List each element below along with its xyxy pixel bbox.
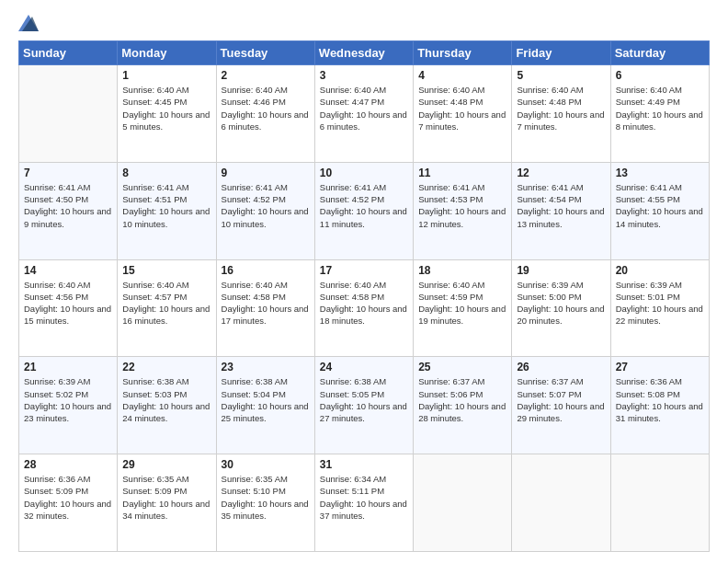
- calendar-cell: 3Sunrise: 6:40 AMSunset: 4:47 PMDaylight…: [314, 65, 413, 163]
- day-number: 26: [517, 361, 605, 373]
- calendar-cell: 19Sunrise: 6:39 AMSunset: 5:00 PMDayligh…: [512, 259, 610, 357]
- header: [18, 15, 710, 31]
- weekday-header-monday: Monday: [118, 41, 216, 65]
- calendar-cell: 1Sunrise: 6:40 AMSunset: 4:45 PMDaylight…: [118, 65, 216, 163]
- day-number: 31: [320, 458, 408, 471]
- day-info: Sunrise: 6:36 AMSunset: 5:09 PMDaylight:…: [24, 473, 112, 522]
- day-info: Sunrise: 6:40 AMSunset: 4:58 PMDaylight:…: [222, 279, 310, 327]
- calendar-week-5: 28Sunrise: 6:36 AMSunset: 5:09 PMDayligh…: [19, 454, 710, 552]
- day-number: 1: [122, 69, 210, 82]
- calendar-cell: 17Sunrise: 6:40 AMSunset: 4:58 PMDayligh…: [314, 259, 413, 357]
- day-info: Sunrise: 6:40 AMSunset: 4:56 PMDaylight:…: [24, 279, 112, 327]
- day-number: 13: [616, 167, 704, 179]
- day-number: 6: [616, 69, 704, 82]
- day-number: 22: [122, 361, 210, 373]
- day-number: 19: [517, 264, 605, 277]
- weekday-header-saturday: Saturday: [610, 41, 709, 65]
- day-number: 27: [616, 361, 704, 373]
- page: SundayMondayTuesdayWednesdayThursdayFrid…: [0, 0, 728, 563]
- day-number: 24: [320, 361, 408, 373]
- calendar-cell: 4Sunrise: 6:40 AMSunset: 4:48 PMDaylight…: [414, 65, 512, 163]
- day-number: 14: [24, 264, 112, 277]
- calendar-cell: [610, 454, 709, 552]
- weekday-header-tuesday: Tuesday: [216, 41, 314, 65]
- day-info: Sunrise: 6:41 AMSunset: 4:50 PMDaylight:…: [24, 181, 112, 230]
- day-info: Sunrise: 6:37 AMSunset: 5:06 PMDaylight:…: [418, 375, 506, 424]
- day-info: Sunrise: 6:40 AMSunset: 4:47 PMDaylight:…: [320, 84, 408, 132]
- calendar-cell: 28Sunrise: 6:36 AMSunset: 5:09 PMDayligh…: [19, 454, 118, 552]
- day-number: 12: [517, 167, 605, 179]
- day-number: 23: [222, 361, 310, 373]
- day-info: Sunrise: 6:34 AMSunset: 5:11 PMDaylight:…: [320, 473, 408, 522]
- calendar-week-3: 14Sunrise: 6:40 AMSunset: 4:56 PMDayligh…: [19, 259, 710, 357]
- day-info: Sunrise: 6:38 AMSunset: 5:03 PMDaylight:…: [122, 375, 210, 424]
- day-info: Sunrise: 6:40 AMSunset: 4:48 PMDaylight:…: [418, 84, 506, 132]
- day-info: Sunrise: 6:41 AMSunset: 4:54 PMDaylight:…: [517, 181, 605, 230]
- day-info: Sunrise: 6:40 AMSunset: 4:46 PMDaylight:…: [222, 84, 310, 132]
- calendar-cell: 25Sunrise: 6:37 AMSunset: 5:06 PMDayligh…: [414, 357, 512, 454]
- day-info: Sunrise: 6:40 AMSunset: 4:58 PMDaylight:…: [320, 279, 408, 327]
- day-number: 9: [222, 167, 310, 179]
- day-number: 10: [320, 167, 408, 179]
- weekday-header-wednesday: Wednesday: [314, 41, 413, 65]
- weekday-header-row: SundayMondayTuesdayWednesdayThursdayFrid…: [19, 41, 710, 65]
- day-number: 4: [418, 69, 506, 82]
- day-number: 25: [418, 361, 506, 373]
- calendar-cell: 26Sunrise: 6:37 AMSunset: 5:07 PMDayligh…: [512, 357, 610, 454]
- day-info: Sunrise: 6:39 AMSunset: 5:02 PMDaylight:…: [24, 375, 112, 424]
- day-number: 28: [24, 458, 112, 471]
- day-number: 30: [222, 458, 310, 471]
- day-number: 16: [222, 264, 310, 277]
- calendar-cell: 22Sunrise: 6:38 AMSunset: 5:03 PMDayligh…: [118, 357, 216, 454]
- calendar-cell: 14Sunrise: 6:40 AMSunset: 4:56 PMDayligh…: [19, 259, 118, 357]
- day-info: Sunrise: 6:40 AMSunset: 4:57 PMDaylight:…: [122, 279, 210, 327]
- calendar-cell: 27Sunrise: 6:36 AMSunset: 5:08 PMDayligh…: [610, 357, 709, 454]
- day-info: Sunrise: 6:39 AMSunset: 5:00 PMDaylight:…: [517, 279, 605, 327]
- day-number: 17: [320, 264, 408, 277]
- calendar-cell: [414, 454, 512, 552]
- calendar-week-1: 1Sunrise: 6:40 AMSunset: 4:45 PMDaylight…: [19, 65, 710, 163]
- logo: [18, 15, 42, 31]
- day-number: 21: [24, 361, 112, 373]
- weekday-header-thursday: Thursday: [414, 41, 512, 65]
- day-info: Sunrise: 6:41 AMSunset: 4:51 PMDaylight:…: [122, 181, 210, 230]
- calendar-cell: 12Sunrise: 6:41 AMSunset: 4:54 PMDayligh…: [512, 162, 610, 259]
- day-info: Sunrise: 6:38 AMSunset: 5:04 PMDaylight:…: [222, 375, 310, 424]
- logo-icon: [18, 15, 39, 31]
- day-number: 8: [122, 167, 210, 179]
- calendar-cell: 18Sunrise: 6:40 AMSunset: 4:59 PMDayligh…: [414, 259, 512, 357]
- calendar-cell: 15Sunrise: 6:40 AMSunset: 4:57 PMDayligh…: [118, 259, 216, 357]
- calendar-week-2: 7Sunrise: 6:41 AMSunset: 4:50 PMDaylight…: [19, 162, 710, 259]
- calendar-cell: 16Sunrise: 6:40 AMSunset: 4:58 PMDayligh…: [216, 259, 314, 357]
- calendar-cell: 31Sunrise: 6:34 AMSunset: 5:11 PMDayligh…: [314, 454, 413, 552]
- day-info: Sunrise: 6:40 AMSunset: 4:49 PMDaylight:…: [616, 84, 704, 132]
- day-info: Sunrise: 6:35 AMSunset: 5:09 PMDaylight:…: [122, 473, 210, 522]
- day-number: 3: [320, 69, 408, 82]
- calendar-cell: 11Sunrise: 6:41 AMSunset: 4:53 PMDayligh…: [414, 162, 512, 259]
- calendar-cell: [512, 454, 610, 552]
- day-number: 5: [517, 69, 605, 82]
- day-number: 2: [222, 69, 310, 82]
- day-info: Sunrise: 6:36 AMSunset: 5:08 PMDaylight:…: [616, 375, 704, 424]
- calendar-cell: 23Sunrise: 6:38 AMSunset: 5:04 PMDayligh…: [216, 357, 314, 454]
- calendar-cell: 7Sunrise: 6:41 AMSunset: 4:50 PMDaylight…: [19, 162, 118, 259]
- calendar-cell: 6Sunrise: 6:40 AMSunset: 4:49 PMDaylight…: [610, 65, 709, 163]
- day-info: Sunrise: 6:41 AMSunset: 4:52 PMDaylight:…: [222, 181, 310, 230]
- day-number: 29: [122, 458, 210, 471]
- calendar-week-4: 21Sunrise: 6:39 AMSunset: 5:02 PMDayligh…: [19, 357, 710, 454]
- weekday-header-sunday: Sunday: [19, 41, 118, 65]
- day-info: Sunrise: 6:41 AMSunset: 4:53 PMDaylight:…: [418, 181, 506, 230]
- day-info: Sunrise: 6:37 AMSunset: 5:07 PMDaylight:…: [517, 375, 605, 424]
- day-number: 7: [24, 167, 112, 179]
- day-info: Sunrise: 6:39 AMSunset: 5:01 PMDaylight:…: [616, 279, 704, 327]
- weekday-header-friday: Friday: [512, 41, 610, 65]
- day-number: 11: [418, 167, 506, 179]
- calendar-cell: 24Sunrise: 6:38 AMSunset: 5:05 PMDayligh…: [314, 357, 413, 454]
- day-info: Sunrise: 6:41 AMSunset: 4:55 PMDaylight:…: [616, 181, 704, 230]
- calendar-cell: 21Sunrise: 6:39 AMSunset: 5:02 PMDayligh…: [19, 357, 118, 454]
- calendar-cell: 13Sunrise: 6:41 AMSunset: 4:55 PMDayligh…: [610, 162, 709, 259]
- calendar-cell: 5Sunrise: 6:40 AMSunset: 4:48 PMDaylight…: [512, 65, 610, 163]
- calendar-cell: 20Sunrise: 6:39 AMSunset: 5:01 PMDayligh…: [610, 259, 709, 357]
- calendar-cell: 30Sunrise: 6:35 AMSunset: 5:10 PMDayligh…: [216, 454, 314, 552]
- day-info: Sunrise: 6:35 AMSunset: 5:10 PMDaylight:…: [222, 473, 310, 522]
